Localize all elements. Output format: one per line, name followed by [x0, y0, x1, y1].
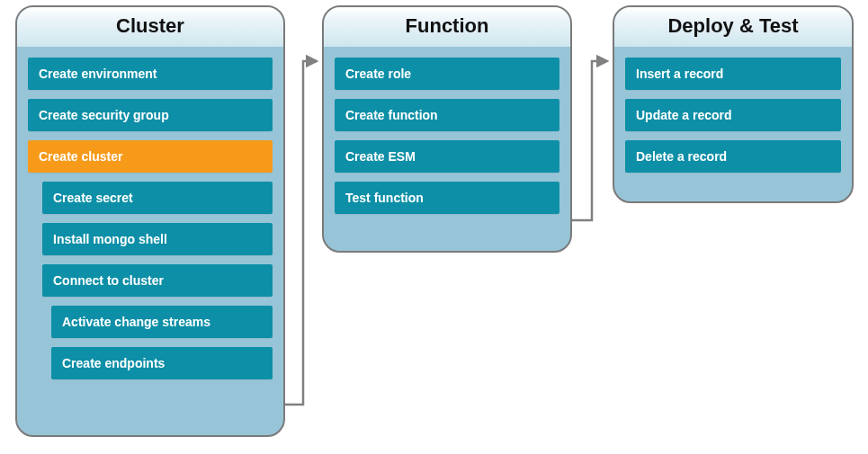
panel-function-title: Function	[324, 7, 570, 47]
step-create-endpoints: Create endpoints	[51, 347, 273, 379]
step-delete-a-record: Delete a record	[625, 140, 841, 173]
step-create-esm: Create ESM	[335, 140, 559, 173]
step-create-secret: Create secret	[42, 182, 273, 214]
step-test-function: Test function	[335, 182, 559, 214]
panel-cluster: Cluster Create environment Create securi…	[15, 5, 285, 437]
arrow-function-to-deploy	[572, 61, 607, 220]
step-activate-change-streams: Activate change streams	[51, 306, 273, 338]
step-create-function: Create function	[335, 99, 559, 131]
step-create-role: Create role	[335, 58, 559, 90]
panel-deploy-test-title: Deploy & Test	[614, 7, 852, 47]
step-install-mongo-shell: Install mongo shell	[42, 223, 273, 255]
step-update-a-record: Update a record	[625, 99, 841, 131]
step-create-environment: Create environment	[28, 58, 273, 90]
panel-function: Function Create role Create function Cre…	[322, 5, 572, 253]
step-create-cluster: Create cluster	[28, 140, 273, 173]
arrow-cluster-to-function	[285, 61, 317, 405]
panel-function-body: Create role Create function Create ESM T…	[324, 47, 570, 227]
panel-cluster-title: Cluster	[17, 7, 283, 47]
diagram-canvas: Cluster Create environment Create securi…	[0, 0, 868, 454]
panel-cluster-body: Create environment Create security group…	[17, 47, 283, 392]
panel-deploy-test-body: Insert a record Update a record Delete a…	[614, 47, 852, 185]
step-connect-to-cluster: Connect to cluster	[42, 264, 273, 297]
step-create-security-group: Create security group	[28, 99, 273, 131]
step-insert-a-record: Insert a record	[625, 58, 841, 90]
panel-deploy-test: Deploy & Test Insert a record Update a r…	[613, 5, 854, 203]
